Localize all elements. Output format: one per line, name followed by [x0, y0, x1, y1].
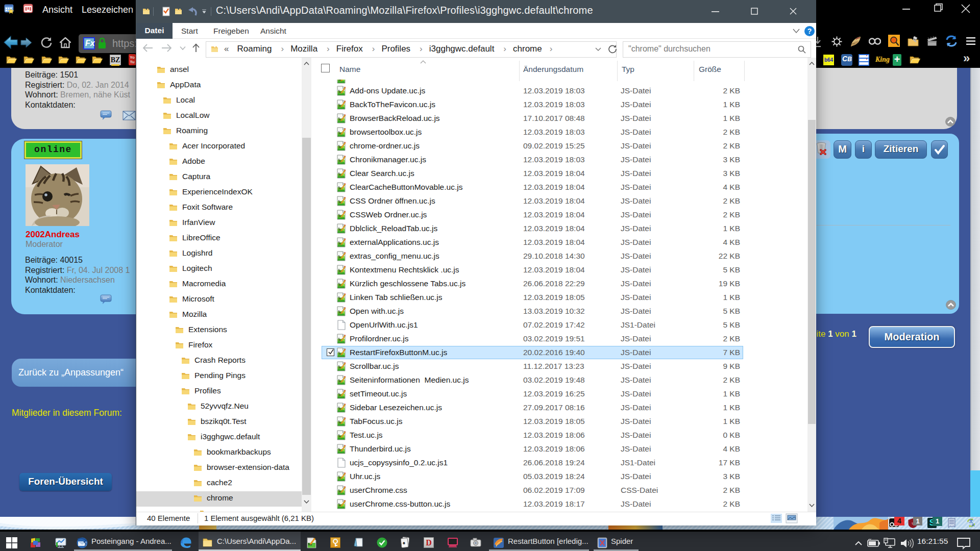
- svg-text:♠: ♠: [403, 540, 405, 545]
- svg-text:A: A: [971, 522, 975, 528]
